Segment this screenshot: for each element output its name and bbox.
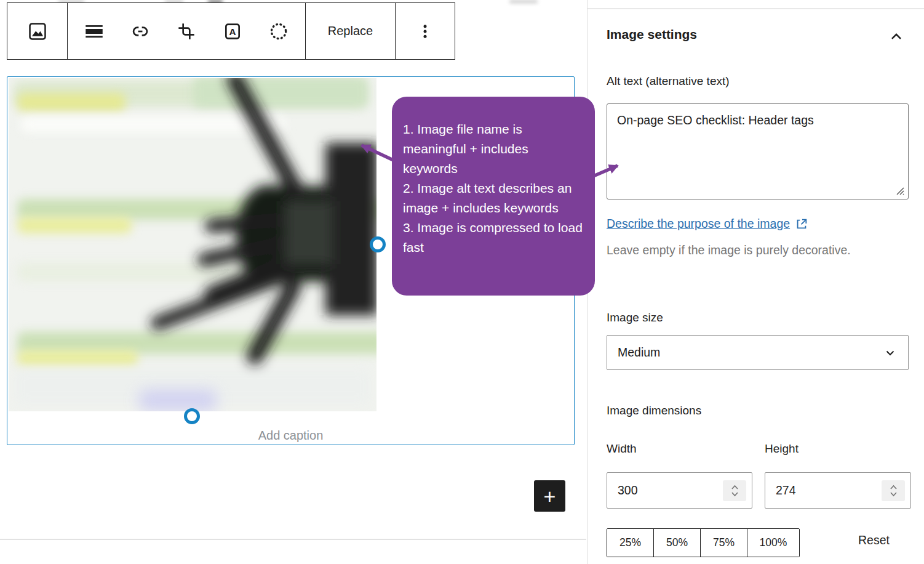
image-size-select[interactable]: Medium xyxy=(607,335,909,370)
collapse-panel-button[interactable] xyxy=(888,28,905,46)
alt-text-input[interactable]: On-page SEO checklist: Header tags xyxy=(607,103,909,199)
alt-text-help-link[interactable]: Describe the purpose of the image xyxy=(607,217,808,231)
callout-item: 2. Image alt text describes an image + i… xyxy=(403,179,584,218)
height-label: Height xyxy=(765,442,799,456)
replace-button[interactable]: Replace xyxy=(306,3,395,59)
alt-text-label: Alt text (alternative text) xyxy=(607,75,730,88)
alt-text-help-link-label: Describe the purpose of the image xyxy=(607,217,790,231)
canvas-divider xyxy=(0,539,586,540)
editor-canvas: A Replace xyxy=(0,0,924,564)
toolbar-block-type-section xyxy=(7,3,67,59)
selected-image[interactable] xyxy=(9,78,376,411)
width-label: Width xyxy=(607,442,637,456)
resize-handle-right[interactable] xyxy=(370,236,386,252)
duotone-filter-icon xyxy=(268,21,289,42)
width-input[interactable] xyxy=(618,473,691,508)
settings-sidebar: Image settings Alt text (alternative tex… xyxy=(587,0,924,564)
reset-button[interactable]: Reset xyxy=(858,533,890,547)
width-stepper[interactable] xyxy=(723,480,746,501)
link-button[interactable] xyxy=(121,12,160,51)
cropped-content-fragment xyxy=(509,0,538,3)
resize-handle-bottom[interactable] xyxy=(184,408,200,424)
seo-annotation-callout: 1. Image file name is meaningful + inclu… xyxy=(392,97,595,296)
chevron-up-icon xyxy=(888,28,905,46)
align-none-icon xyxy=(85,22,103,41)
toolbar-options-section xyxy=(395,3,455,59)
align-button[interactable] xyxy=(74,12,114,51)
scale-preset-group: 25% 50% 75% 100% xyxy=(607,528,800,557)
toolbar-tools-section: A xyxy=(67,3,305,59)
alt-text-help: Leave empty if the image is purely decor… xyxy=(607,239,865,261)
splat-graphic xyxy=(9,78,376,411)
scale-75-button[interactable]: 75% xyxy=(700,529,747,557)
callout-item: 3. Image is compressed to load fast xyxy=(403,218,584,257)
external-link-icon xyxy=(795,217,808,231)
chevron-down-icon xyxy=(883,345,898,360)
options-button[interactable] xyxy=(405,12,445,51)
options-icon xyxy=(416,22,434,41)
duotone-filter-button[interactable] xyxy=(259,12,298,51)
scale-100-button[interactable]: 100% xyxy=(747,529,799,557)
link-icon xyxy=(130,22,150,41)
image-size-value: Medium xyxy=(618,345,660,360)
text-overlay-button[interactable]: A xyxy=(213,12,252,51)
crop-icon xyxy=(177,22,196,41)
crop-button[interactable] xyxy=(167,12,206,51)
height-stepper[interactable] xyxy=(882,480,905,501)
text-overlay-icon: A xyxy=(223,22,242,41)
caption-placeholder[interactable]: Add caption xyxy=(7,429,575,443)
image-dimensions-label: Image dimensions xyxy=(607,404,701,417)
scale-50-button[interactable]: 50% xyxy=(653,529,700,557)
image-block-icon xyxy=(27,21,48,42)
svg-text:A: A xyxy=(229,26,236,37)
add-block-button[interactable]: + xyxy=(534,480,565,512)
callout-item: 1. Image file name is meaningful + inclu… xyxy=(403,119,584,179)
plus-icon: + xyxy=(544,485,556,508)
sidebar-divider xyxy=(587,8,924,9)
scale-25-button[interactable]: 25% xyxy=(607,529,653,557)
height-field xyxy=(765,472,911,509)
image-block-toolbar: A Replace xyxy=(7,2,455,60)
width-field xyxy=(607,472,752,509)
panel-title[interactable]: Image settings xyxy=(607,27,697,42)
toolbar-replace-section: Replace xyxy=(305,3,395,59)
image-block-button[interactable] xyxy=(18,12,57,51)
image-size-label: Image size xyxy=(607,311,663,324)
height-input[interactable] xyxy=(776,473,850,508)
